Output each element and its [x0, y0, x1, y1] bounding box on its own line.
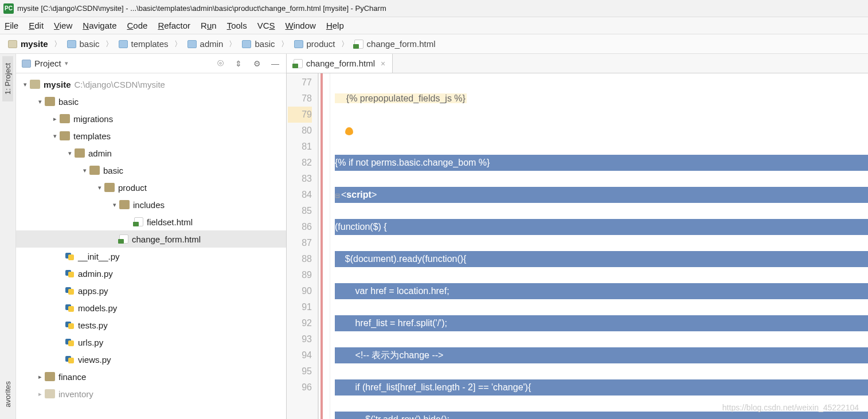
line-number: 93	[288, 331, 312, 347]
tree-templates[interactable]: ▾ templates	[16, 127, 286, 144]
chevron-down-icon[interactable]: ▾	[21, 81, 30, 88]
crumb-basic2[interactable]: basic	[240, 38, 277, 50]
line-number: 91	[288, 299, 312, 315]
tree-models-py[interactable]: models.py	[16, 299, 286, 316]
menu-run[interactable]: Run	[201, 21, 217, 30]
code-line: {% if not perms.basic.change_bom %}	[335, 155, 868, 171]
folder-icon	[294, 40, 303, 48]
html-file-icon	[294, 59, 303, 68]
titlebar: PC mysite [C:\django\CSDN\mysite] - ...\…	[0, 0, 868, 17]
html-file-icon	[119, 234, 128, 244]
tree-product[interactable]: ▾ product	[16, 179, 286, 196]
tree-finance[interactable]: ▸ finance	[16, 368, 286, 385]
project-tree[interactable]: ▾ mysite C:\django\CSDN\mysite ▾ basic ▸…	[16, 73, 286, 419]
project-icon	[22, 60, 31, 68]
chevron-right-icon[interactable]: ▸	[36, 390, 45, 398]
crumb-root[interactable]: mysite	[6, 38, 50, 50]
tree-change-form[interactable]: change_form.html	[16, 230, 286, 248]
chevron-right-icon[interactable]: ▸	[50, 115, 60, 123]
menu-tools[interactable]: Tools	[227, 21, 247, 30]
crumb-basic[interactable]: basic	[65, 38, 102, 50]
tree-label: admin	[88, 148, 112, 158]
tool-tab-favorites[interactable]: avorites	[2, 374, 13, 414]
chevron-down-icon[interactable]: ▾	[110, 201, 119, 209]
locate-icon[interactable]: ⦾	[215, 58, 225, 69]
line-number: 85	[288, 203, 312, 219]
crumb-label: basic	[80, 39, 100, 49]
line-number: 95	[288, 363, 312, 379]
chevron-down-icon[interactable]: ▾	[80, 167, 89, 174]
menu-view[interactable]: View	[54, 21, 72, 30]
chevron-down-icon: ▾	[65, 60, 68, 67]
menu-navigate[interactable]: Navigate	[83, 21, 116, 30]
minimize-icon[interactable]: —	[270, 58, 280, 69]
line-number: 86	[288, 219, 312, 235]
tree-admin-py[interactable]: admin.py	[16, 265, 286, 282]
crumb-admin[interactable]: admin	[185, 38, 226, 50]
folder-icon	[119, 40, 128, 48]
project-panel-title[interactable]: Project ▾	[22, 58, 68, 68]
chevron-down-icon[interactable]: ▾	[65, 150, 75, 157]
line-number: 82	[288, 155, 312, 171]
crumb-templates[interactable]: templates	[116, 38, 171, 50]
menu-vcs[interactable]: VCS	[257, 21, 275, 30]
menu-code[interactable]: Code	[127, 21, 148, 30]
tree-label: finance	[58, 372, 86, 382]
tree-label: inventory	[58, 389, 93, 399]
project-panel-header: Project ▾ ⦾ ⇕ ⚙ —	[16, 54, 286, 73]
code-line: var href = location.href;	[335, 283, 868, 299]
tree-fieldset[interactable]: fieldset.html	[16, 213, 286, 230]
editor-body[interactable]: 77 78 79 80 81 82 83 84 85 86 87 88 89 9…	[287, 73, 868, 419]
tree-migrations[interactable]: ▸ migrations	[16, 110, 286, 127]
tree-apps-py[interactable]: apps.py	[16, 282, 286, 299]
chevron-right-icon[interactable]: ▸	[36, 373, 45, 381]
tree-views-py[interactable]: views.py	[16, 351, 286, 368]
menu-refactor[interactable]: Refactor	[158, 21, 190, 30]
tool-tab-project[interactable]: 1: Project	[2, 56, 13, 101]
bulb-icon[interactable]	[345, 127, 353, 135]
folder-icon	[187, 40, 197, 48]
code-line: <!-- 表示为change -->	[335, 347, 868, 363]
code-area[interactable]: {% prepopulated_fields_js %} {% if not p…	[330, 73, 868, 419]
chevron-down-icon[interactable]: ▾	[50, 132, 60, 140]
chevron-right-icon: 〉	[105, 39, 113, 49]
tree-root[interactable]: ▾ mysite C:\django\CSDN\mysite	[16, 76, 286, 93]
tree-label: migrations	[73, 114, 113, 124]
tree-basic[interactable]: ▾ basic	[16, 93, 286, 110]
tree-label: __init__.py	[78, 252, 120, 261]
editor-tab-change-form[interactable]: change_form.html ×	[287, 54, 393, 73]
gutter-line-numbers: 77 78 79 80 81 82 83 84 85 86 87 88 89 9…	[287, 73, 319, 419]
close-icon[interactable]: ×	[381, 59, 385, 68]
tree-init[interactable]: __init__.py	[16, 248, 286, 265]
tree-basic2[interactable]: ▾ basic	[16, 162, 286, 179]
python-file-icon	[65, 320, 75, 330]
crumb-file[interactable]: change_form.html	[352, 38, 438, 50]
chevron-down-icon[interactable]: ▾	[36, 98, 45, 105]
tree-urls-py[interactable]: urls.py	[16, 334, 286, 351]
line-number: 81	[288, 139, 312, 155]
tree-inventory[interactable]: ▸ inventory	[16, 385, 286, 402]
menu-window[interactable]: Window	[286, 21, 316, 30]
tree-label: apps.py	[78, 286, 108, 296]
crumb-product[interactable]: product	[292, 38, 338, 50]
tree-label: templates	[73, 131, 111, 141]
line-number: 89	[288, 267, 312, 283]
menu-file[interactable]: File	[5, 21, 18, 30]
menu-edit[interactable]: Edit	[29, 21, 44, 30]
tree-label: mysite	[44, 80, 71, 89]
tree-admin[interactable]: ▾ admin	[16, 144, 286, 162]
fold-open-icon[interactable]: ⊟	[335, 192, 340, 199]
gear-icon[interactable]: ⚙	[252, 58, 262, 69]
tree-label: basic	[103, 166, 123, 175]
menu-help[interactable]: Help	[326, 21, 344, 30]
chevron-right-icon: 〉	[341, 39, 349, 49]
chevron-down-icon[interactable]: ▾	[95, 184, 104, 191]
chevron-right-icon: 〉	[174, 39, 182, 49]
tree-tests-py[interactable]: tests.py	[16, 316, 286, 334]
crumb-label: templates	[131, 39, 169, 49]
folder-icon	[60, 114, 70, 123]
panel-actions: ⦾ ⇕ ⚙ —	[215, 58, 280, 69]
tree-label: includes	[133, 200, 165, 210]
collapse-icon[interactable]: ⇕	[233, 58, 244, 69]
tree-includes[interactable]: ▾ includes	[16, 196, 286, 213]
